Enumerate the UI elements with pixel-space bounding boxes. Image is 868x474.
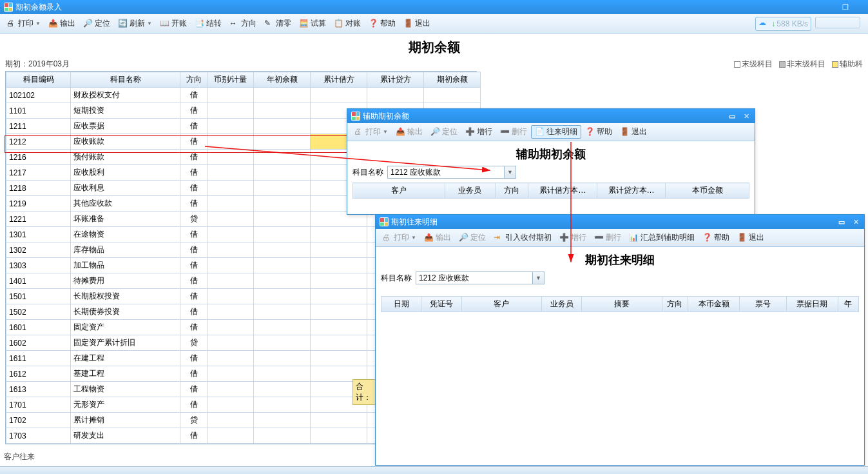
cell-currency[interactable]	[207, 258, 254, 273]
cell-currency[interactable]	[207, 397, 254, 413]
minimize-icon[interactable]: ▭	[728, 112, 737, 121]
dlg1-delrow[interactable]: ➖删行	[496, 125, 531, 139]
cell-code[interactable]: 1212	[6, 134, 71, 150]
cell-name[interactable]: 应收账款	[71, 134, 180, 150]
cell-name[interactable]: 应收利息	[71, 181, 180, 196]
cell-yearopen[interactable]	[254, 196, 311, 212]
cell-code[interactable]: 1611	[6, 351, 71, 366]
dlg2-table[interactable]: 日期 凭证号 客户 业务员 摘要 方向 本币金额 票号 票据日期 年	[381, 296, 859, 312]
dlg2-col-date[interactable]: 日期	[381, 297, 421, 312]
dlg1-col-sales[interactable]: 业务员	[445, 183, 495, 199]
dlg2-exit[interactable]: 🚪退出	[733, 231, 768, 244]
locate-button[interactable]: 🔎 定位	[79, 17, 114, 30]
cell-yearopen[interactable]	[254, 335, 311, 351]
dlg2-col-billdate[interactable]: 票据日期	[786, 297, 838, 312]
close-icon[interactable]: ✕	[742, 112, 751, 121]
cell-name[interactable]: 无形资产	[71, 397, 180, 413]
cell-dir[interactable]: 借	[180, 88, 207, 103]
cell-yearopen[interactable]	[254, 150, 311, 165]
cell-yearopen[interactable]	[254, 103, 311, 119]
export-button[interactable]: 📤 输出	[44, 17, 79, 30]
col-cumdebit[interactable]: 累计借方	[311, 72, 367, 88]
cell-dir[interactable]: 借	[180, 320, 207, 335]
dlg1-subject-combo[interactable]: ▼	[387, 166, 516, 179]
col-cumcredit[interactable]: 累计贷方	[367, 72, 424, 88]
cell-currency[interactable]	[207, 413, 254, 428]
cell-yearopen[interactable]	[254, 428, 311, 444]
cell-dir[interactable]: 借	[180, 289, 207, 304]
cell-dir[interactable]: 借	[180, 150, 207, 165]
cell-dir[interactable]: 借	[180, 397, 207, 413]
cell-name[interactable]: 在建工程	[71, 351, 180, 366]
dlg2-export[interactable]: 📤输出	[420, 231, 455, 244]
cell-dir[interactable]: 借	[180, 304, 207, 320]
cell-code[interactable]: 1613	[6, 382, 71, 397]
cell-yearopen[interactable]	[254, 366, 311, 382]
dlg2-titlebar[interactable]: 期初往来明细 ▭ ✕	[376, 215, 864, 229]
cell-currency[interactable]	[207, 165, 254, 181]
cell-dir[interactable]: 贷	[180, 212, 207, 227]
cell-name[interactable]: 应收票据	[71, 119, 180, 134]
cell-cumdebit[interactable]	[311, 227, 367, 242]
cell-code[interactable]: 1501	[6, 289, 71, 304]
dlg2-col-year[interactable]: 年	[838, 297, 858, 312]
cell-currency[interactable]	[207, 196, 254, 212]
chevron-down-icon[interactable]: ▼	[532, 272, 544, 284]
cell-code[interactable]: 1217	[6, 165, 71, 181]
dlg2-addrow[interactable]: ➕增行	[555, 231, 590, 244]
cell-yearopen[interactable]	[254, 351, 311, 366]
cell-name[interactable]: 财政授权支付	[71, 88, 180, 103]
cell-name[interactable]: 累计摊销	[71, 413, 180, 428]
carryforward-button[interactable]: 📑 结转	[191, 17, 226, 30]
cell-dir[interactable]: 贷	[180, 335, 207, 351]
cell-currency[interactable]	[207, 428, 254, 444]
dlg1-col-amount[interactable]: 本币金额	[666, 183, 749, 199]
cell-currency[interactable]	[207, 242, 254, 258]
dlg1-col-cumcredit[interactable]: 累计贷方本…	[597, 183, 665, 199]
cell-cumdebit[interactable]	[311, 351, 367, 366]
cell-currency[interactable]	[207, 134, 254, 150]
cell-code[interactable]: 1301	[6, 227, 71, 242]
dlg2-col-amount[interactable]: 本币金额	[688, 297, 739, 312]
dialog-aux-opening[interactable]: 辅助期初余额 ▭ ✕ 🖨打印▼ 📤输出 🔎定位 ➕增行 ➖删行 📄往来明细 ❓帮…	[347, 108, 755, 215]
cell-dir[interactable]: 借	[180, 196, 207, 212]
col-name[interactable]: 科目名称	[71, 72, 180, 88]
cell-code[interactable]: 1703	[6, 428, 71, 444]
exit-button[interactable]: 🚪 退出	[400, 17, 434, 30]
dlg2-import[interactable]: ⇥引入收付期初	[490, 231, 555, 244]
cell-dir[interactable]: 借	[180, 165, 207, 181]
cell-yearopen[interactable]	[254, 165, 311, 181]
cell-dir[interactable]: 借	[180, 242, 207, 258]
cell-currency[interactable]	[207, 382, 254, 397]
cell-currency[interactable]	[207, 366, 254, 382]
cell-cumdebit[interactable]	[311, 335, 367, 351]
cell-name[interactable]: 长期债券投资	[71, 304, 180, 320]
cell-yearopen[interactable]	[254, 242, 311, 258]
cell-currency[interactable]	[207, 227, 254, 242]
table-row[interactable]: 102102财政授权支付借	[6, 88, 481, 103]
dlg1-addrow[interactable]: ➕增行	[461, 125, 496, 139]
cell-code[interactable]: 1221	[6, 212, 71, 227]
cell-code[interactable]: 1702	[6, 413, 71, 428]
cell-code[interactable]: 1303	[6, 258, 71, 273]
col-code[interactable]: 科目编码	[6, 72, 71, 88]
cell-cumdebit[interactable]	[311, 289, 367, 304]
dialog-opening-detail[interactable]: 期初往来明细 ▭ ✕ 🖨打印▼ 📤输出 🔎定位 ⇥引入收付期初 ➕增行 ➖删行 …	[375, 214, 865, 466]
dlg2-subject-input[interactable]	[416, 272, 532, 284]
cell-yearopen[interactable]	[254, 134, 311, 150]
direction-button[interactable]: ↔ 方向	[226, 17, 260, 30]
cell-yearopen[interactable]	[254, 258, 311, 273]
cell-yearopen[interactable]	[254, 304, 311, 320]
cell-name[interactable]: 长期股权投资	[71, 289, 180, 304]
cell-dir[interactable]: 借	[180, 351, 207, 366]
cell-cumdebit[interactable]	[311, 413, 367, 428]
clearzero-button[interactable]: ✎ 清零	[260, 17, 295, 30]
cell-cumdebit[interactable]	[311, 242, 367, 258]
openaccount-button[interactable]: 📖 开账	[156, 17, 191, 30]
dlg1-locate[interactable]: 🔎定位	[427, 125, 461, 139]
cell-code[interactable]: 1219	[6, 196, 71, 212]
cell-dir[interactable]: 借	[180, 273, 207, 289]
cell-currency[interactable]	[207, 212, 254, 227]
cell-dir[interactable]: 借	[180, 428, 207, 444]
cell-code[interactable]: 1218	[6, 181, 71, 196]
